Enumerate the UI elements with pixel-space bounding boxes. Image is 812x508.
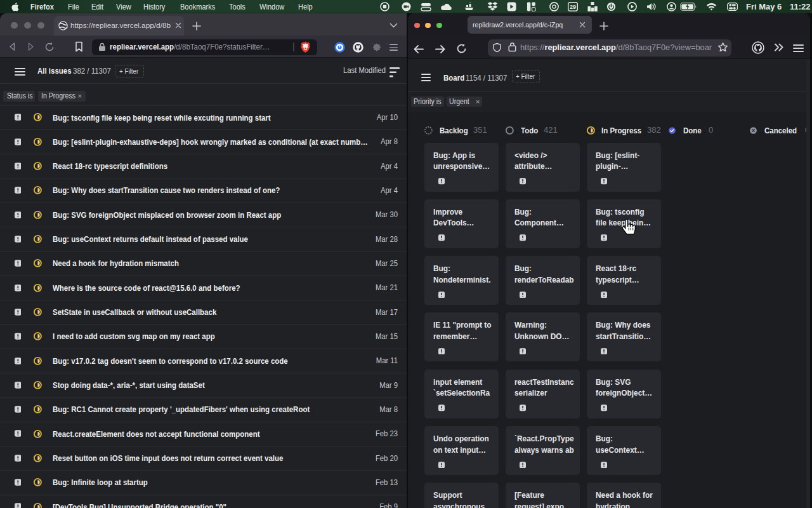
svg-text:29: 29 (570, 4, 576, 10)
